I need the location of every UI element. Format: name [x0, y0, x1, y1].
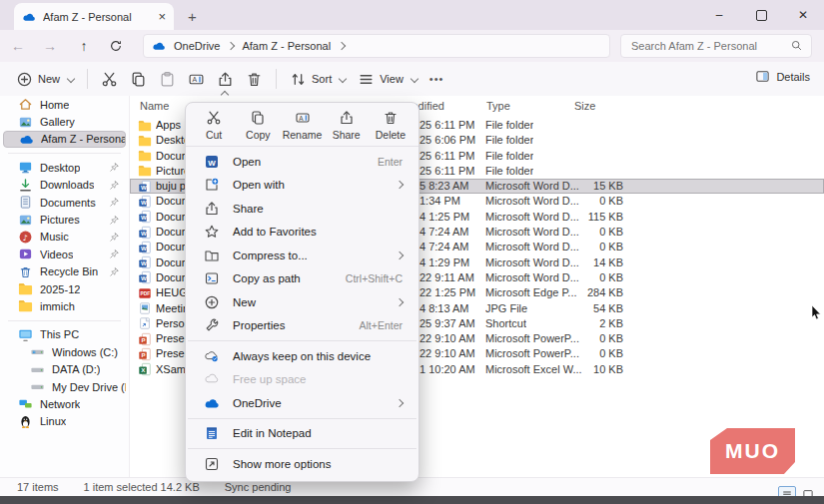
menu-item-show-more-options[interactable]: Show more options: [190, 452, 414, 476]
delete-button[interactable]: [240, 65, 269, 93]
explorer-tab[interactable]: Afam Z - Personal ×: [14, 3, 174, 30]
search-box[interactable]: [620, 34, 812, 58]
sidebar-item-network[interactable]: Network: [3, 395, 126, 412]
home-icon: [18, 97, 33, 112]
folder-file-icon: [138, 134, 152, 148]
up-button[interactable]: ↑: [74, 36, 94, 56]
search-input[interactable]: [629, 39, 790, 53]
context-delete-button[interactable]: Delete: [369, 110, 412, 141]
sidebar-item-2025-12[interactable]: 2025-12: [3, 280, 126, 297]
svg-text:W: W: [141, 275, 147, 282]
details-panel-icon: [755, 69, 770, 84]
more-commands-button[interactable]: •••: [423, 65, 450, 93]
chevron-right-icon: [396, 181, 404, 189]
sidebar-item-data-d-[interactable]: DATA (D:): [3, 360, 126, 377]
pin-icon: [109, 266, 120, 277]
window-controls: – ✕: [698, 0, 824, 30]
menu-item-copy-as-path[interactable]: Copy as pathCtrl+Shift+C: [190, 267, 414, 291]
menu-item-label: Copy as path: [233, 272, 333, 284]
pin-icon: [109, 162, 120, 173]
pc-icon: [18, 327, 33, 342]
paste-button[interactable]: [153, 65, 182, 93]
context-share-button[interactable]: Share: [325, 110, 369, 141]
view-button-label: View: [380, 73, 404, 85]
share-button[interactable]: [211, 65, 240, 93]
sidebar-item-label: Pictures: [40, 214, 80, 226]
sidebar-item-desktop[interactable]: Desktop: [3, 159, 126, 176]
menu-item-open-with[interactable]: Open with: [190, 174, 414, 198]
menu-item-properties[interactable]: PropertiesAlt+Enter: [190, 314, 414, 338]
menu-item-open[interactable]: WOpenEnter: [190, 150, 414, 174]
view-button[interactable]: View: [352, 65, 423, 93]
context-cut-button[interactable]: Cut: [192, 110, 236, 141]
menu-item-compress-to-[interactable]: Compress to...: [190, 244, 414, 267]
sidebar-item-recycle-bin[interactable]: Recycle Bin: [3, 263, 126, 280]
menu-item-new[interactable]: New: [190, 290, 414, 314]
context-rename-button[interactable]: ARename: [280, 110, 324, 141]
sidebar-item-gallery[interactable]: Gallery: [3, 113, 126, 130]
word-file-icon: W: [138, 241, 152, 254]
details-button[interactable]: Details: [755, 69, 810, 84]
breadcrumb-item-onedrive[interactable]: OneDrive: [174, 40, 220, 52]
sort-button[interactable]: Sort: [284, 65, 352, 93]
star-icon: [204, 224, 220, 240]
sidebar-item-linux[interactable]: Linux: [3, 413, 126, 430]
minimize-button[interactable]: –: [698, 0, 740, 30]
drive-icon: [30, 362, 45, 377]
rename-button[interactable]: A: [182, 65, 211, 93]
forward-button[interactable]: →: [40, 36, 60, 56]
sidebar-item-windows-c-[interactable]: Windows (C:): [3, 343, 126, 360]
sidebar-item-afam-z-personal[interactable]: Afam Z - Personal: [3, 131, 126, 148]
new-button-label: New: [38, 73, 60, 85]
sidebar-item-my-dev-drive-e-[interactable]: My Dev Drive (E:): [3, 378, 126, 395]
sidebar-item-this-pc[interactable]: This PC: [3, 326, 126, 343]
open-with-icon: [204, 177, 220, 193]
refresh-button[interactable]: [106, 36, 126, 56]
column-header-type[interactable]: Type: [486, 100, 510, 112]
sidebar-divider: [8, 320, 121, 321]
new-tab-button[interactable]: +: [188, 8, 197, 25]
sidebar-item-documents[interactable]: Documents: [3, 194, 126, 211]
sidebar-item-music[interactable]: ♪Music: [3, 229, 126, 246]
svg-text:A: A: [193, 76, 198, 83]
menu-item-share[interactable]: Share: [190, 197, 414, 221]
tab-close-icon[interactable]: ×: [158, 10, 166, 23]
menu-item-label: New: [233, 296, 384, 308]
sidebar-item-downloads[interactable]: Downloads: [3, 177, 126, 194]
pdf-file-icon: PDF: [138, 286, 152, 300]
close-button[interactable]: ✕: [782, 0, 824, 30]
file-explorer-window: Afam Z - Personal × + – ✕ ← → ↑ OneDrive…: [0, 0, 824, 504]
sidebar-item-pictures[interactable]: Pictures: [3, 211, 126, 228]
chevron-down-icon: [67, 75, 75, 83]
more-options-icon: [204, 456, 220, 472]
sidebar-item-label: My Dev Drive (E:): [52, 381, 126, 393]
file-date-modified: 4 1:29 PM: [419, 256, 469, 268]
menu-item-edit-in-notepad[interactable]: Edit in Notepad: [190, 422, 414, 446]
menu-item-onedrive[interactable]: OneDrive: [190, 391, 414, 415]
new-button[interactable]: New: [10, 65, 80, 93]
word-file-icon: W: [138, 195, 152, 209]
file-size: 115 KB: [541, 211, 623, 223]
folder-file-icon: [138, 119, 152, 133]
column-header-name[interactable]: Name: [140, 100, 169, 112]
cut-button[interactable]: [95, 65, 124, 93]
sidebar-item-videos[interactable]: Videos: [3, 246, 126, 262]
sidebar-item-home[interactable]: Home: [3, 96, 126, 113]
command-bar: New A Sort View •••: [0, 62, 824, 97]
menu-item-label: Show more options: [233, 458, 403, 470]
menu-item-label: Share: [233, 203, 403, 215]
svg-text:P: P: [142, 351, 146, 358]
back-button[interactable]: ←: [8, 36, 28, 56]
menu-item-always-keep-on-this-device[interactable]: Always keep on this device: [190, 344, 414, 368]
breadcrumb[interactable]: OneDrive Afam Z - Personal: [143, 34, 610, 58]
sidebar-item-immich[interactable]: immich: [3, 297, 126, 314]
maximize-button[interactable]: [740, 0, 782, 30]
column-header-size[interactable]: Size: [574, 100, 595, 112]
file-type: JPG File: [485, 302, 527, 314]
context-copy-button[interactable]: Copy: [236, 110, 280, 141]
navigation-bar: ← → ↑ OneDrive Afam Z - Personal: [0, 30, 824, 62]
file-type: File folder: [485, 150, 533, 162]
menu-item-add-to-favorites[interactable]: Add to Favorites: [190, 221, 414, 245]
copy-button[interactable]: [124, 65, 153, 93]
breadcrumb-item-folder[interactable]: Afam Z - Personal: [242, 40, 331, 52]
